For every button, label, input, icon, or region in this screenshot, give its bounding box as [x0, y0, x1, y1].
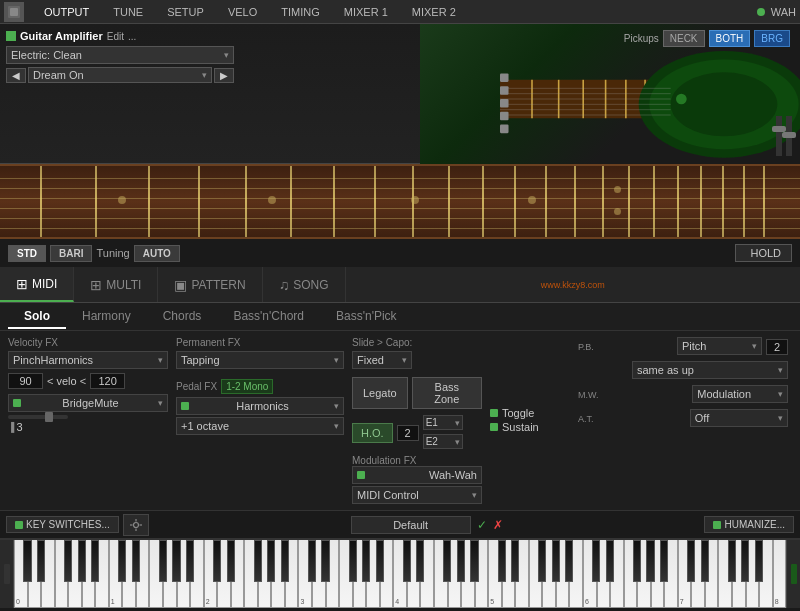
black-key-7-4[interactable] — [741, 540, 749, 582]
black-key-7-0[interactable] — [687, 540, 695, 582]
ho-value[interactable]: 2 — [397, 425, 419, 441]
subtab-bassn-chord[interactable]: Bass'n'Chord — [217, 305, 320, 329]
ho-button[interactable]: H.O. — [352, 423, 393, 443]
amp-type-select[interactable]: Electric: Clean ▾ — [6, 46, 234, 64]
tab-midi[interactable]: ⊞ MIDI — [0, 267, 74, 302]
amp-menu-button[interactable]: ... — [128, 31, 136, 42]
tuning-bari-button[interactable]: BARI — [50, 245, 92, 262]
fret-dot-12a — [614, 186, 621, 193]
black-key-6-0[interactable] — [592, 540, 600, 582]
preset-prev-button[interactable]: ◀ — [6, 68, 26, 83]
slide-fixed-select[interactable]: Fixed ▾ — [352, 351, 412, 369]
pedal-octave-select[interactable]: +1 octave ▾ — [176, 417, 344, 435]
black-key-3-1[interactable] — [321, 540, 329, 582]
black-key-5-1[interactable] — [511, 540, 519, 582]
black-key-0-4[interactable] — [78, 540, 86, 582]
black-key-0-5[interactable] — [91, 540, 99, 582]
subtab-harmony[interactable]: Harmony — [66, 305, 147, 329]
black-key-6-5[interactable] — [660, 540, 668, 582]
menu-timing[interactable]: TIMING — [269, 0, 332, 23]
cancel-button[interactable]: ✗ — [493, 518, 503, 532]
black-key-4-1[interactable] — [416, 540, 424, 582]
subtab-bassn-pick[interactable]: Bass'n'Pick — [320, 305, 413, 329]
tuning-std-button[interactable]: STD — [8, 245, 46, 262]
black-key-5-4[interactable] — [552, 540, 560, 582]
pitch-value[interactable]: 2 — [766, 339, 788, 355]
black-key-0-3[interactable] — [64, 540, 72, 582]
black-key-1-4[interactable] — [172, 540, 180, 582]
bridge-mute-slider[interactable] — [8, 415, 68, 419]
black-key-5-0[interactable] — [498, 540, 506, 582]
black-key-4-0[interactable] — [403, 540, 411, 582]
second-fx-select[interactable]: BridgeMute ▾ — [8, 394, 168, 412]
preset-next-button[interactable]: ▶ — [214, 68, 234, 83]
menu-mixer2[interactable]: MIXER 2 — [400, 0, 468, 23]
midi-control-select[interactable]: MIDI Control ▾ — [352, 486, 482, 504]
settings-icon-button[interactable] — [123, 514, 149, 536]
black-key-2-1[interactable] — [227, 540, 235, 582]
preset-select[interactable]: Dream On ▾ — [28, 67, 212, 83]
e2-select[interactable]: E2 ▾ — [423, 434, 463, 449]
black-key-1-5[interactable] — [186, 540, 194, 582]
key-switches-button[interactable]: KEY SWITCHES... — [6, 516, 119, 533]
black-key-2-5[interactable] — [281, 540, 289, 582]
menu-velo[interactable]: VELO — [216, 0, 269, 23]
black-key-4-3[interactable] — [443, 540, 451, 582]
piano-right-btn[interactable] — [786, 540, 800, 608]
menu-tune[interactable]: TUNE — [101, 0, 155, 23]
hold-button[interactable]: HOLD — [735, 244, 792, 262]
black-key-1-3[interactable] — [159, 540, 167, 582]
black-key-2-3[interactable] — [254, 540, 262, 582]
e1-select[interactable]: E1 ▾ — [423, 415, 463, 430]
piano-left-btn[interactable] — [0, 540, 14, 608]
black-key-4-4[interactable] — [457, 540, 465, 582]
black-key-0-0[interactable] — [23, 540, 31, 582]
black-key-1-0[interactable] — [118, 540, 126, 582]
tab-multi[interactable]: ⊞ MULTI — [74, 267, 158, 302]
accept-button[interactable]: ✓ — [477, 518, 487, 532]
black-key-6-4[interactable] — [646, 540, 654, 582]
default-preset-select[interactable]: Default — [351, 516, 471, 534]
black-key-2-4[interactable] — [267, 540, 275, 582]
pitch-select[interactable]: Pitch ▾ — [677, 337, 762, 355]
black-key-4-5[interactable] — [470, 540, 478, 582]
black-key-7-5[interactable] — [755, 540, 763, 582]
velocity-max-input[interactable]: 120 — [90, 373, 125, 389]
black-key-3-5[interactable] — [376, 540, 384, 582]
permanent-fx-select[interactable]: Tapping ▾ — [176, 351, 344, 369]
tuning-auto-button[interactable]: AUTO — [134, 245, 180, 262]
content-area: Velocity FX PinchHarmonics ▾ 90 < velo <… — [0, 331, 800, 510]
black-key-5-3[interactable] — [538, 540, 546, 582]
bass-zone-button[interactable]: Bass Zone — [412, 377, 482, 409]
black-key-3-4[interactable] — [362, 540, 370, 582]
white-key-56[interactable]: 8 — [773, 540, 787, 608]
black-key-3-3[interactable] — [349, 540, 357, 582]
humanize-button[interactable]: HUMANIZE... — [704, 516, 794, 533]
black-key-5-5[interactable] — [565, 540, 573, 582]
black-key-1-1[interactable] — [132, 540, 140, 582]
black-key-3-0[interactable] — [308, 540, 316, 582]
amp-edit-button[interactable]: Edit — [107, 31, 124, 42]
black-key-7-3[interactable] — [728, 540, 736, 582]
black-key-6-1[interactable] — [606, 540, 614, 582]
modulation-select[interactable]: Modulation ▾ — [692, 385, 788, 403]
menu-setup[interactable]: SETUP — [155, 0, 216, 23]
black-key-7-1[interactable] — [701, 540, 709, 582]
subtab-solo[interactable]: Solo — [8, 305, 66, 329]
subtab-chords[interactable]: Chords — [147, 305, 218, 329]
pedal-harmonics-select[interactable]: Harmonics ▾ — [176, 397, 344, 415]
black-key-6-3[interactable] — [633, 540, 641, 582]
black-key-0-1[interactable] — [37, 540, 45, 582]
legato-button[interactable]: Legato — [352, 377, 408, 409]
menu-output[interactable]: OUTPUT — [32, 0, 101, 23]
velocity-min-input[interactable]: 90 — [8, 373, 43, 389]
tab-song[interactable]: ♫ SONG — [263, 267, 346, 302]
tab-pattern[interactable]: ▣ PATTERN — [158, 267, 262, 302]
piano-keys-area[interactable]: 012345678 — [14, 540, 786, 608]
wah-wah-select[interactable]: Wah-Wah — [352, 466, 482, 484]
menu-mixer1[interactable]: MIXER 1 — [332, 0, 400, 23]
same-as-up-select[interactable]: same as up ▾ — [632, 361, 788, 379]
velocity-fx-select[interactable]: PinchHarmonics ▾ — [8, 351, 168, 369]
off-select[interactable]: Off ▾ — [690, 409, 788, 427]
black-key-2-0[interactable] — [213, 540, 221, 582]
